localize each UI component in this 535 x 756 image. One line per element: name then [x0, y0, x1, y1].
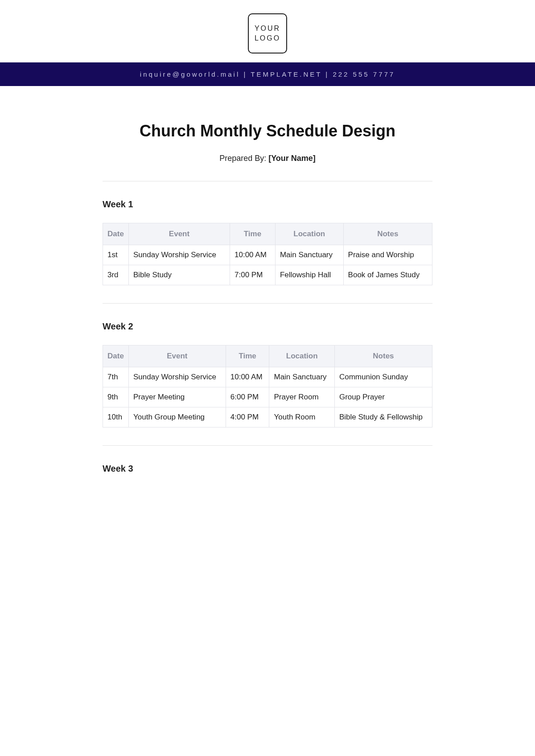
cell-notes: Bible Study & Fellowship: [334, 407, 432, 427]
logo-placeholder: YOUR LOGO: [248, 13, 287, 53]
cell-notes: Group Prayer: [334, 387, 432, 407]
week-1-table: Date Event Time Location Notes 1st Sunda…: [103, 223, 432, 285]
cell-notes: Communion Sunday: [334, 367, 432, 387]
cell-time: 6:00 PM: [226, 387, 269, 407]
contact-bar: inquire@goworld.mail | TEMPLATE.NET | 22…: [0, 62, 535, 86]
divider: [103, 181, 432, 181]
cell-time: 7:00 PM: [230, 265, 276, 285]
cell-event: Youth Group Meeting: [129, 407, 226, 427]
cell-notes: Book of James Study: [343, 265, 432, 285]
cell-location: Youth Room: [269, 407, 334, 427]
col-notes: Notes: [343, 223, 432, 245]
table-header-row: Date Event Time Location Notes: [103, 223, 432, 245]
cell-event: Sunday Worship Service: [129, 245, 230, 265]
week-2-table: Date Event Time Location Notes 7th Sunda…: [103, 345, 432, 427]
cell-date: 1st: [103, 245, 129, 265]
table-row: 3rd Bible Study 7:00 PM Fellowship Hall …: [103, 265, 432, 285]
logo-line-1: YOUR: [255, 24, 280, 33]
week-1-title: Week 1: [103, 199, 432, 210]
logo-container: YOUR LOGO: [0, 0, 535, 62]
cell-event: Sunday Worship Service: [129, 367, 226, 387]
table-row: 7th Sunday Worship Service 10:00 AM Main…: [103, 367, 432, 387]
table-header-row: Date Event Time Location Notes: [103, 345, 432, 367]
col-location: Location: [269, 345, 334, 367]
cell-location: Prayer Room: [269, 387, 334, 407]
col-date: Date: [103, 223, 129, 245]
col-event: Event: [129, 345, 226, 367]
col-date: Date: [103, 345, 129, 367]
cell-location: Main Sanctuary: [269, 367, 334, 387]
prepared-by-label: Prepared By:: [219, 154, 268, 163]
cell-time: 4:00 PM: [226, 407, 269, 427]
prepared-by-line: Prepared By: [Your Name]: [103, 154, 432, 163]
contact-text: inquire@goworld.mail | TEMPLATE.NET | 22…: [140, 70, 395, 78]
cell-date: 7th: [103, 367, 129, 387]
table-row: 1st Sunday Worship Service 10:00 AM Main…: [103, 245, 432, 265]
page-title: Church Monthly Schedule Design: [103, 122, 432, 140]
col-event: Event: [129, 223, 230, 245]
col-time: Time: [226, 345, 269, 367]
cell-location: Fellowship Hall: [275, 265, 343, 285]
document-body: Church Monthly Schedule Design Prepared …: [103, 86, 432, 514]
col-notes: Notes: [334, 345, 432, 367]
col-location: Location: [275, 223, 343, 245]
col-time: Time: [230, 223, 276, 245]
cell-time: 10:00 AM: [226, 367, 269, 387]
cell-date: 3rd: [103, 265, 129, 285]
divider: [103, 445, 432, 446]
table-row: 9th Prayer Meeting 6:00 PM Prayer Room G…: [103, 387, 432, 407]
cell-location: Main Sanctuary: [275, 245, 343, 265]
cell-date: 10th: [103, 407, 129, 427]
prepared-by-name: [Your Name]: [268, 154, 316, 163]
cell-event: Prayer Meeting: [129, 387, 226, 407]
cell-event: Bible Study: [129, 265, 230, 285]
week-2-title: Week 2: [103, 321, 432, 332]
divider: [103, 303, 432, 304]
cell-time: 10:00 AM: [230, 245, 276, 265]
table-row: 10th Youth Group Meeting 4:00 PM Youth R…: [103, 407, 432, 427]
cell-notes: Praise and Worship: [343, 245, 432, 265]
logo-line-2: LOGO: [255, 33, 280, 43]
week-3-title: Week 3: [103, 464, 432, 474]
cell-date: 9th: [103, 387, 129, 407]
